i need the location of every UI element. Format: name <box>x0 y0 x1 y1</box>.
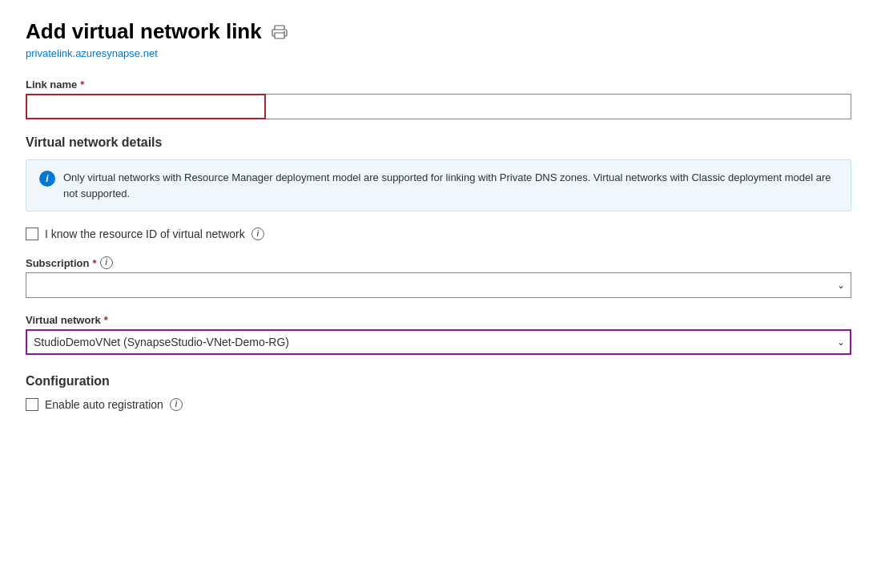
subscription-wrapper: ⌄ <box>26 272 851 298</box>
virtual-network-required-star: * <box>104 314 108 326</box>
svg-point-2 <box>284 31 285 33</box>
link-name-group: Link name * <box>26 79 851 119</box>
page-title: Add virtual network link <box>26 19 262 44</box>
auto-registration-info-icon[interactable]: i <box>170 398 183 411</box>
link-name-label: Link name * <box>26 79 851 91</box>
svg-rect-0 <box>275 26 284 30</box>
configuration-heading: Configuration <box>26 374 851 389</box>
virtual-network-group: Virtual network * StudioDemoVNet (Synaps… <box>26 314 851 355</box>
subtitle-link[interactable]: privatelink.azuresynapse.net <box>26 47 851 59</box>
required-star: * <box>80 79 84 91</box>
know-resource-id-info-icon[interactable]: i <box>251 228 264 240</box>
svg-rect-1 <box>275 33 284 38</box>
subscription-label: Subscription * i <box>26 256 851 269</box>
virtual-network-details-heading: Virtual network details <box>26 135 851 150</box>
link-name-input[interactable] <box>26 94 266 119</box>
info-banner-icon: i <box>39 171 55 187</box>
configuration-section: Configuration Enable auto registration i <box>26 374 851 411</box>
subscription-info-icon[interactable]: i <box>100 256 113 269</box>
auto-registration-label: Enable auto registration <box>45 398 163 411</box>
subscription-required-star: * <box>92 257 96 269</box>
print-icon[interactable] <box>272 24 288 40</box>
know-resource-id-checkbox[interactable] <box>26 228 38 240</box>
subscription-group: Subscription * i ⌄ <box>26 256 851 298</box>
header-row: Add virtual network link <box>26 19 851 44</box>
info-banner: i Only virtual networks with Resource Ma… <box>26 159 851 211</box>
info-banner-text: Only virtual networks with Resource Mana… <box>63 170 838 201</box>
virtual-network-wrapper: StudioDemoVNet (SynapseStudio-VNet-Demo-… <box>26 329 851 355</box>
virtual-network-dropdown[interactable]: StudioDemoVNet (SynapseStudio-VNet-Demo-… <box>26 329 851 355</box>
know-resource-id-row: I know the resource ID of virtual networ… <box>26 228 851 240</box>
auto-registration-checkbox[interactable] <box>26 398 38 411</box>
auto-registration-row: Enable auto registration i <box>26 398 851 411</box>
virtual-network-label: Virtual network * <box>26 314 851 326</box>
page-container: Add virtual network link privatelink.azu… <box>26 19 851 411</box>
subscription-dropdown[interactable] <box>26 272 851 298</box>
know-resource-id-label: I know the resource ID of virtual networ… <box>45 228 245 240</box>
